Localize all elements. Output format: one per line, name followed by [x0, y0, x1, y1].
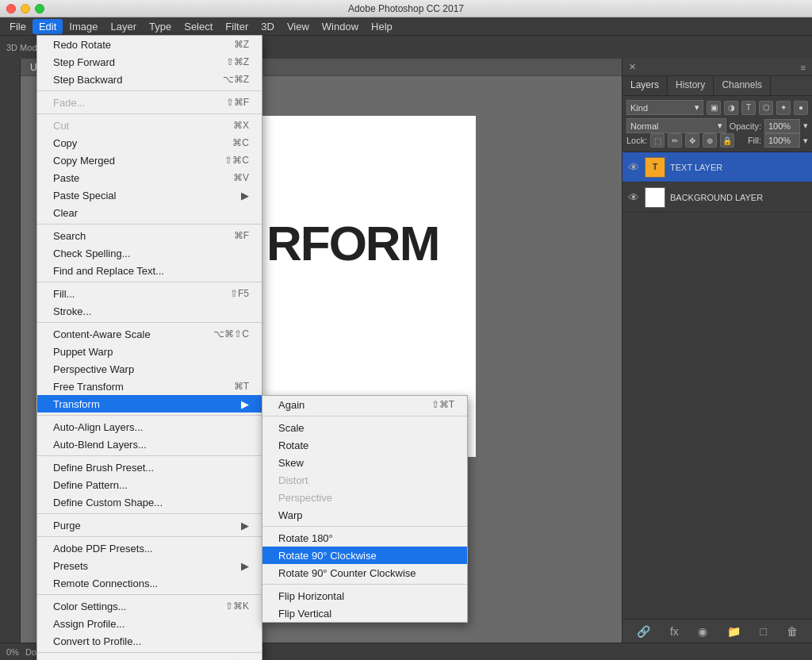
kind-dropdown[interactable]: Kind ▾ — [626, 100, 703, 115]
menu-search[interactable]: Search ⌘F — [37, 227, 262, 244]
lock-position[interactable]: ✥ — [685, 133, 699, 148]
layer-filter-smart[interactable]: ✦ — [776, 101, 791, 115]
layer-filter-text[interactable]: T — [741, 101, 756, 115]
add-mask-button[interactable]: ◉ — [698, 625, 707, 638]
menu-select[interactable]: Select — [178, 19, 219, 34]
create-group-button[interactable]: 📁 — [727, 625, 741, 638]
blendmode-dropdown[interactable]: Normal ▾ — [626, 118, 726, 133]
menu-assign-profile[interactable]: Assign Profile... — [37, 615, 262, 632]
menu-stroke[interactable]: Stroke... — [37, 302, 262, 320]
menu-presets[interactable]: Presets ▶ — [37, 557, 262, 574]
submenu-rotate-90cw[interactable]: Rotate 90° Clockwise — [262, 547, 467, 564]
menu-layer[interactable]: Layer — [105, 19, 144, 34]
app-title: Adobe Photoshop CC 2017 — [348, 3, 464, 14]
menu-window[interactable]: Window — [316, 19, 365, 34]
menu-transform[interactable]: Transform ▶ — [37, 395, 262, 412]
menu-color-settings[interactable]: Color Settings... ⇧⌘K — [37, 597, 262, 615]
panel-close-button[interactable]: ✕ — [629, 62, 636, 72]
menu-convert-profile[interactable]: Convert to Profile... — [37, 632, 262, 650]
step-backward-shortcut: ⌥⌘Z — [223, 74, 249, 85]
layer-filter-shape[interactable]: ⬡ — [759, 101, 773, 115]
menu-view[interactable]: View — [281, 19, 316, 34]
flip-vertical-label: Flip Vertical — [278, 608, 331, 620]
warp-label: Warp — [278, 509, 303, 521]
fill-shortcut: ⇧F5 — [230, 288, 249, 299]
menu-type[interactable]: Type — [143, 19, 178, 34]
rotate-90cw-label: Rotate 90° Clockwise — [278, 550, 377, 562]
lock-paint[interactable]: ✏ — [668, 133, 682, 148]
delete-layer-button[interactable]: 🗑 — [787, 625, 798, 638]
maximize-button[interactable] — [35, 4, 44, 13]
menu-3d[interactable]: 3D — [255, 19, 281, 34]
create-layer-button[interactable]: □ — [760, 625, 767, 638]
separator-9 — [37, 536, 262, 537]
menu-pdf-presets[interactable]: Adobe PDF Presets... — [37, 539, 262, 557]
menu-define-shape[interactable]: Define Custom Shape... — [37, 493, 262, 511]
flip-horizontal-label: Flip Horizontal — [278, 590, 344, 602]
menu-redo-rotate[interactable]: Redo Rotate ⌘Z — [37, 36, 262, 53]
menu-content-aware-scale[interactable]: Content-Aware Scale ⌥⌘⇧C — [37, 325, 262, 343]
panel-expand-button[interactable]: ≡ — [801, 63, 806, 72]
menu-free-transform[interactable]: Free Transform ⌘T — [37, 378, 262, 395]
menu-clear[interactable]: Clear — [37, 204, 262, 221]
menu-remote-connections[interactable]: Remote Connections... — [37, 574, 262, 592]
submenu-skew[interactable]: Skew — [262, 454, 467, 471]
distort-label: Distort — [278, 474, 308, 486]
tab-channels[interactable]: Channels — [714, 76, 771, 95]
menu-image[interactable]: Image — [63, 19, 104, 34]
menu-keyboard-shortcuts[interactable]: Keyboard Shortcuts... ⌥⇧⌘K — [37, 655, 262, 660]
check-spelling-label: Check Spelling... — [53, 248, 131, 259]
menu-perspective-warp[interactable]: Perspective Warp — [37, 360, 262, 378]
menu-filter[interactable]: Filter — [219, 19, 255, 34]
menu-auto-blend[interactable]: Auto-Blend Layers... — [37, 436, 262, 453]
layer-item-text[interactable]: 👁 T TEXT LAYER — [622, 152, 812, 182]
menu-paste[interactable]: Paste ⌘V — [37, 169, 262, 186]
submenu-again[interactable]: Again ⇧⌘T — [262, 396, 467, 413]
menu-define-pattern[interactable]: Define Pattern... — [37, 476, 262, 493]
menu-edit[interactable]: Edit — [33, 19, 63, 34]
lock-artboard[interactable]: ⊕ — [703, 133, 717, 148]
submenu-flip-h[interactable]: Flip Horizontal — [262, 587, 467, 604]
menu-help[interactable]: Help — [365, 19, 399, 34]
menu-find-replace[interactable]: Find and Replace Text... — [37, 262, 262, 279]
opacity-value[interactable]: 100% — [764, 119, 800, 133]
menu-define-brush[interactable]: Define Brush Preset... — [37, 459, 262, 476]
minimize-button[interactable] — [21, 4, 30, 13]
menu-purge[interactable]: Purge ▶ — [37, 516, 262, 534]
link-layers-button[interactable]: 🔗 — [637, 625, 650, 638]
menu-copy[interactable]: Copy ⌘C — [37, 134, 262, 152]
menu-copy-merged[interactable]: Copy Merged ⇧⌘C — [37, 152, 262, 169]
define-shape-label: Define Custom Shape... — [53, 497, 163, 508]
submenu-scale[interactable]: Scale — [262, 419, 467, 436]
menu-auto-align[interactable]: Auto-Align Layers... — [37, 418, 262, 436]
layer-visibility-text[interactable]: 👁 — [627, 161, 640, 174]
menu-step-backward[interactable]: Step Backward ⌥⌘Z — [37, 71, 262, 88]
tab-layers[interactable]: Layers — [622, 76, 668, 95]
layer-item-bg[interactable]: 👁 BACKGROUND LAYER — [622, 182, 812, 213]
copy-merged-shortcut: ⇧⌘C — [224, 155, 249, 166]
lock-all[interactable]: 🔒 — [720, 133, 734, 148]
submenu-warp[interactable]: Warp — [262, 506, 467, 524]
submenu-rotate-180[interactable]: Rotate 180° — [262, 529, 467, 547]
submenu-rotate[interactable]: Rotate — [262, 436, 467, 454]
layer-filter-adjust[interactable]: ◑ — [724, 101, 738, 115]
menu-check-spelling[interactable]: Check Spelling... — [37, 244, 262, 262]
submenu-flip-v[interactable]: Flip Vertical — [262, 604, 467, 622]
fx-button[interactable]: fx — [670, 625, 679, 638]
fill-value[interactable]: 100% — [764, 133, 800, 148]
layer-filter-pixel[interactable]: ▣ — [707, 101, 721, 115]
free-transform-shortcut: ⌘T — [234, 381, 249, 392]
paste-label: Paste — [53, 172, 79, 184]
menu-paste-special[interactable]: Paste Special ▶ — [37, 186, 262, 204]
tab-history[interactable]: History — [668, 76, 714, 95]
menu-file[interactable]: File — [3, 19, 33, 34]
perspective-warp-label: Perspective Warp — [53, 363, 134, 375]
layer-filter-toggle[interactable]: ● — [794, 101, 808, 115]
menu-step-forward[interactable]: Step Forward ⇧⌘Z — [37, 53, 262, 71]
lock-transparent[interactable]: ⬚ — [650, 133, 665, 148]
submenu-rotate-90ccw[interactable]: Rotate 90° Counter Clockwise — [262, 564, 467, 581]
close-button[interactable] — [6, 4, 16, 13]
menu-fill[interactable]: Fill... ⇧F5 — [37, 285, 262, 302]
menu-puppet-warp[interactable]: Puppet Warp — [37, 343, 262, 360]
layer-visibility-bg[interactable]: 👁 — [627, 191, 640, 204]
